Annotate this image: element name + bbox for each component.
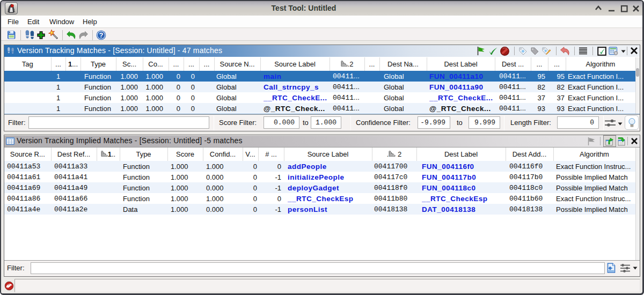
svg-text:?: ? [99, 31, 104, 39]
